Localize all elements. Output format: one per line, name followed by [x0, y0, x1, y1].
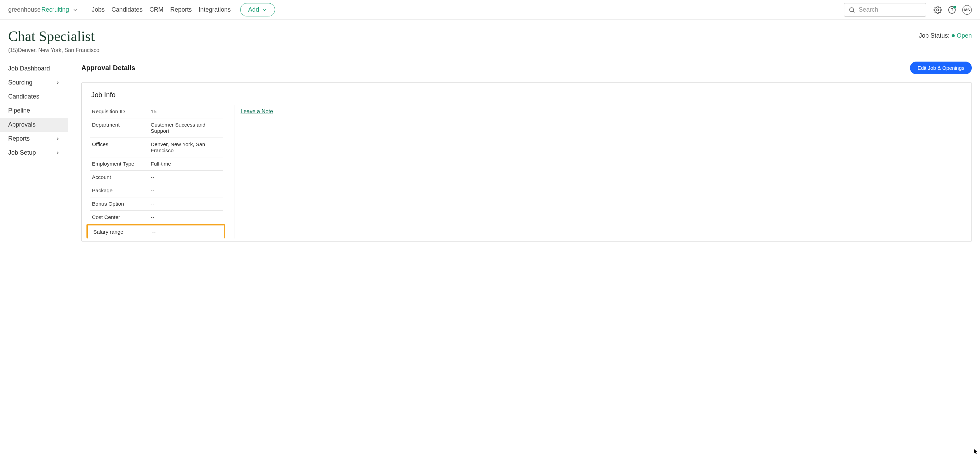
- add-button-label: Add: [248, 6, 259, 13]
- section-title: Approval Details: [81, 64, 135, 72]
- info-label: Account: [92, 174, 151, 180]
- svg-line-1: [853, 11, 854, 12]
- info-value: Full-time: [151, 161, 171, 167]
- note-column: Leave a Note: [234, 105, 273, 238]
- chevron-right-icon: [56, 80, 60, 85]
- sidebar-item-sourcing[interactable]: Sourcing: [0, 76, 68, 89]
- info-row-department: DepartmentCustomer Success and Support: [90, 118, 223, 138]
- job-status-value: Open: [957, 32, 972, 39]
- info-value: Customer Success and Support: [151, 122, 221, 134]
- info-value: --: [151, 187, 154, 194]
- info-row-salary-range: Salary range--: [86, 224, 225, 238]
- info-row-requisition-id: Requisition ID15: [90, 105, 223, 118]
- sidebar-item-label: Candidates: [8, 93, 39, 100]
- job-info-panel: Job Info Requisition ID15DepartmentCusto…: [81, 83, 972, 241]
- info-label: Department: [92, 122, 151, 134]
- info-label: Bonus Option: [92, 201, 151, 207]
- nav-jobs[interactable]: Jobs: [92, 6, 105, 13]
- sidebar-item-label: Reports: [8, 135, 30, 142]
- info-row-cost-center: Cost Center--: [90, 211, 223, 224]
- info-row-package: Package--: [90, 184, 223, 197]
- edit-job-button[interactable]: Edit Job & Openings: [910, 62, 972, 74]
- logo[interactable]: greenhouse Recruiting: [8, 6, 78, 13]
- info-label: Package: [92, 187, 151, 194]
- search-input[interactable]: [859, 6, 921, 13]
- info-row-account: Account--: [90, 171, 223, 184]
- sidebar-item-candidates[interactable]: Candidates: [0, 89, 68, 104]
- info-value: --: [151, 214, 154, 220]
- job-title: Chat Specialist: [8, 28, 99, 45]
- nav-integrations[interactable]: Integrations: [199, 6, 231, 13]
- job-status: Job Status: Open: [919, 32, 972, 39]
- logo-text-1: greenhouse: [8, 6, 41, 13]
- sidebar: Job DashboardSourcingCandidatesPipelineA…: [0, 62, 68, 241]
- info-value: 15: [151, 109, 156, 115]
- sidebar-item-label: Job Dashboard: [8, 65, 50, 72]
- nav-items: Jobs Candidates CRM Reports Integrations: [92, 6, 231, 13]
- logo-text-2: Recruiting: [41, 6, 69, 13]
- settings-icon[interactable]: [934, 6, 942, 14]
- top-icons: MS: [934, 5, 972, 15]
- sidebar-item-label: Approvals: [8, 121, 35, 128]
- chevron-down-icon: [262, 7, 267, 13]
- sidebar-item-label: Sourcing: [8, 79, 32, 86]
- chevron-right-icon: [56, 150, 60, 155]
- search-icon: [848, 6, 855, 13]
- leave-note-link[interactable]: Leave a Note: [240, 109, 273, 114]
- sidebar-item-job-dashboard[interactable]: Job Dashboard: [0, 62, 68, 76]
- sidebar-item-approvals[interactable]: Approvals: [0, 118, 68, 132]
- info-row-employment-type: Employment TypeFull-time: [90, 157, 223, 171]
- user-avatar[interactable]: MS: [962, 5, 972, 15]
- info-label: Requisition ID: [92, 109, 151, 115]
- info-label: Offices: [92, 141, 151, 153]
- top-navigation: greenhouse Recruiting Jobs Candidates CR…: [0, 0, 980, 20]
- info-label: Employment Type: [92, 161, 151, 167]
- page-header: Chat Specialist (15)Denver, New York, Sa…: [0, 20, 980, 53]
- panel-body: Requisition ID15DepartmentCustomer Succe…: [90, 105, 963, 238]
- status-dot-icon: [951, 34, 955, 37]
- svg-point-0: [850, 8, 854, 12]
- job-status-label: Job Status:: [919, 32, 950, 39]
- info-value: Denver, New York, San Francisco: [151, 141, 221, 153]
- info-value: --: [152, 229, 156, 235]
- main-layout: Job DashboardSourcingCandidatesPipelineA…: [0, 53, 980, 241]
- nav-candidates[interactable]: Candidates: [111, 6, 143, 13]
- sidebar-item-pipeline[interactable]: Pipeline: [0, 104, 68, 118]
- sidebar-item-reports[interactable]: Reports: [0, 132, 68, 146]
- info-value: --: [151, 201, 154, 207]
- panel-title: Job Info: [91, 91, 963, 99]
- add-button[interactable]: Add: [240, 3, 275, 16]
- job-subtitle: (15)Denver, New York, San Francisco: [8, 47, 99, 53]
- notification-dot: [953, 6, 956, 8]
- search-box[interactable]: [844, 3, 926, 17]
- nav-crm[interactable]: CRM: [150, 6, 163, 13]
- help-icon[interactable]: [948, 6, 956, 14]
- sidebar-item-label: Pipeline: [8, 107, 30, 114]
- content-area: Approval Details Edit Job & Openings Job…: [68, 62, 972, 241]
- info-row-offices: OfficesDenver, New York, San Francisco: [90, 138, 223, 157]
- sidebar-item-label: Job Setup: [8, 149, 36, 156]
- logo-chevron-icon[interactable]: [72, 7, 78, 13]
- nav-reports[interactable]: Reports: [170, 6, 192, 13]
- sidebar-item-job-setup[interactable]: Job Setup: [0, 146, 68, 160]
- info-row-bonus-option: Bonus Option--: [90, 197, 223, 211]
- svg-point-2: [937, 9, 939, 11]
- job-info-table: Requisition ID15DepartmentCustomer Succe…: [90, 105, 223, 238]
- info-label: Salary range: [93, 229, 152, 235]
- chevron-right-icon: [56, 136, 60, 141]
- info-value: --: [151, 174, 154, 180]
- content-header: Approval Details Edit Job & Openings: [81, 62, 972, 74]
- info-label: Cost Center: [92, 214, 151, 220]
